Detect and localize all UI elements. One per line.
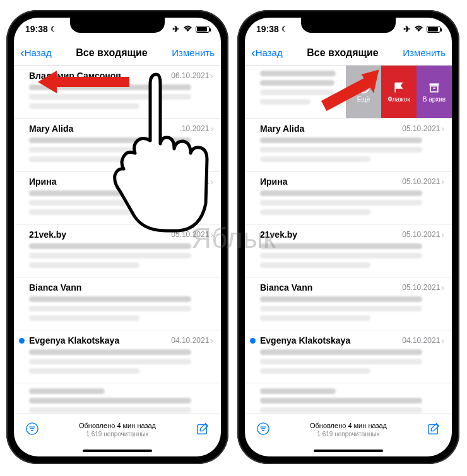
nav-bar: ‹ Назад Все входящие Изменить xyxy=(14,40,221,66)
filter-button[interactable] xyxy=(256,422,270,438)
chevron-right-icon: › xyxy=(441,282,444,293)
compose-button[interactable] xyxy=(196,422,210,438)
swipe-more-button[interactable]: Ещё xyxy=(346,66,381,118)
clock: 19:38 xyxy=(25,24,48,34)
phone-right: 19:38 ☾ ✈︎ ‹ Назад Все входящие Изменит xyxy=(237,10,459,464)
sender-label: Mary Alida xyxy=(260,124,304,134)
date-label: 05.10.2021 › xyxy=(402,282,444,293)
sender-label: Владимир Самсонов xyxy=(29,71,121,81)
date-label: 04.10.2021 › xyxy=(402,335,444,345)
sender-label: Ирина xyxy=(29,177,56,187)
sender-label xyxy=(29,388,105,394)
sender-label: Evgenya Klakotskaya xyxy=(29,335,119,345)
edit-button[interactable]: Изменить xyxy=(403,47,446,58)
sender-label: Mary Alida xyxy=(29,124,73,134)
phone-left: 19:38 ☾ ✈︎ ‹ Назад Все входящие Изменит xyxy=(6,10,228,464)
edit-button[interactable]: Изменить xyxy=(172,47,215,58)
email-row[interactable]: Mary Alida.10.2021 › xyxy=(14,119,221,171)
sender-label xyxy=(260,71,336,76)
date-label: 05.10.2021 › xyxy=(171,229,213,240)
chevron-right-icon: › xyxy=(210,71,213,81)
notch xyxy=(70,18,165,33)
back-label: Назад xyxy=(25,47,52,58)
email-row[interactable]: Evgenya Klakotskaya04.10.2021 › xyxy=(14,330,221,383)
chevron-right-icon: › xyxy=(441,229,444,240)
date-label: 06.10.2021 › xyxy=(171,71,213,81)
sender-label: Bianca Vann xyxy=(29,282,81,293)
home-indicator[interactable] xyxy=(14,445,221,456)
email-row[interactable]: Ирина05.10.2021 › xyxy=(245,171,452,224)
swipe-flag-label: Флажок xyxy=(387,96,410,103)
date-label: .10.2021 › xyxy=(180,124,213,134)
email-row[interactable] xyxy=(14,383,221,414)
airplane-icon: ✈︎ xyxy=(403,24,411,34)
chevron-right-icon: › xyxy=(441,177,444,187)
svg-rect-16 xyxy=(429,424,438,434)
date-label: 05.10.2021 › xyxy=(402,229,444,240)
svg-rect-4 xyxy=(198,424,207,434)
email-row[interactable]: 21vek.by05.10.2021 › xyxy=(245,224,452,277)
email-row[interactable]: Мои зака… xyxy=(245,383,452,414)
svg-point-7 xyxy=(363,86,364,88)
email-list[interactable]: Владимир Самсонов06.10.2021 ›Mary Alida.… xyxy=(14,66,221,414)
nav-bar: ‹ Назад Все входящие Изменить xyxy=(245,40,452,66)
home-indicator[interactable] xyxy=(245,445,452,456)
sender-label: 21vek.by xyxy=(260,229,297,240)
unread-dot-icon xyxy=(19,338,25,344)
email-row[interactable]: ЕщёФлажокВ архив xyxy=(245,66,452,119)
dnd-icon: ☾ xyxy=(50,25,57,33)
chevron-right-icon: › xyxy=(210,229,213,240)
date-label: 05.10.2021 › xyxy=(402,177,444,187)
back-label: Назад xyxy=(256,47,283,58)
chevron-right-icon: › xyxy=(210,124,213,134)
chevron-right-icon: › xyxy=(210,335,213,345)
toolbar: Обновлено 4 мин назад 1 619 непрочитанны… xyxy=(14,414,221,445)
email-row[interactable]: Mary Alida05.10.2021 › xyxy=(245,119,452,171)
date-label: 05.10.2021 › xyxy=(171,177,213,187)
back-button[interactable]: ‹ Назад xyxy=(251,45,283,60)
sender-label: Evgenya Klakotskaya xyxy=(260,335,350,345)
airplane-icon: ✈︎ xyxy=(172,24,180,34)
wifi-icon xyxy=(183,24,192,34)
email-row[interactable]: Bianca Vann05.10.2021 › xyxy=(245,277,452,330)
svg-rect-10 xyxy=(430,86,438,91)
battery-icon xyxy=(196,26,210,33)
back-button[interactable]: ‹ Назад xyxy=(20,45,52,60)
updated-label: Обновлено 4 мин назад xyxy=(79,421,156,430)
sender-label: Bianca Vann xyxy=(260,282,312,293)
notch xyxy=(301,18,396,33)
chevron-right-icon: › xyxy=(210,177,213,187)
email-row[interactable]: Ирина05.10.2021 › xyxy=(14,171,221,224)
svg-point-8 xyxy=(365,86,367,88)
sender-label: 21vek.by xyxy=(29,229,66,240)
chevron-left-icon: ‹ xyxy=(251,45,256,60)
email-row[interactable]: Bianca Vann xyxy=(14,277,221,330)
chevron-right-icon: › xyxy=(441,124,444,134)
sender-label xyxy=(260,388,336,394)
swipe-flag-button[interactable]: Флажок xyxy=(381,66,417,118)
swipe-archive-label: В архив xyxy=(423,96,446,103)
dnd-icon: ☾ xyxy=(281,25,288,33)
filter-button[interactable] xyxy=(25,422,39,438)
unread-count: 1 619 непрочитанных xyxy=(310,430,387,438)
date-label: 05.10.2021 › xyxy=(402,124,444,134)
email-list[interactable]: ЕщёФлажокВ архивMary Alida05.10.2021 ›Ир… xyxy=(245,66,452,414)
chevron-left-icon: ‹ xyxy=(20,45,25,60)
compose-button[interactable] xyxy=(427,422,440,438)
swipe-more-label: Ещё xyxy=(357,96,370,103)
sender-label: Ирина xyxy=(260,177,287,187)
swipe-archive-button[interactable]: В архив xyxy=(417,66,452,118)
page-title: Все входящие xyxy=(76,47,147,59)
page-title: Все входящие xyxy=(307,47,378,59)
svg-point-6 xyxy=(360,86,362,88)
wifi-icon xyxy=(414,24,423,34)
battery-icon xyxy=(427,26,440,33)
clock: 19:38 xyxy=(256,24,279,34)
email-row[interactable]: Владимир Самсонов06.10.2021 › xyxy=(14,66,221,119)
date-label: 04.10.2021 › xyxy=(171,335,213,345)
chevron-right-icon: › xyxy=(441,335,444,345)
email-row[interactable]: 21vek.by05.10.2021 › xyxy=(14,224,221,277)
email-row[interactable]: Evgenya Klakotskaya04.10.2021 › xyxy=(245,330,452,383)
unread-dot-icon xyxy=(250,338,256,344)
svg-rect-9 xyxy=(430,83,439,85)
